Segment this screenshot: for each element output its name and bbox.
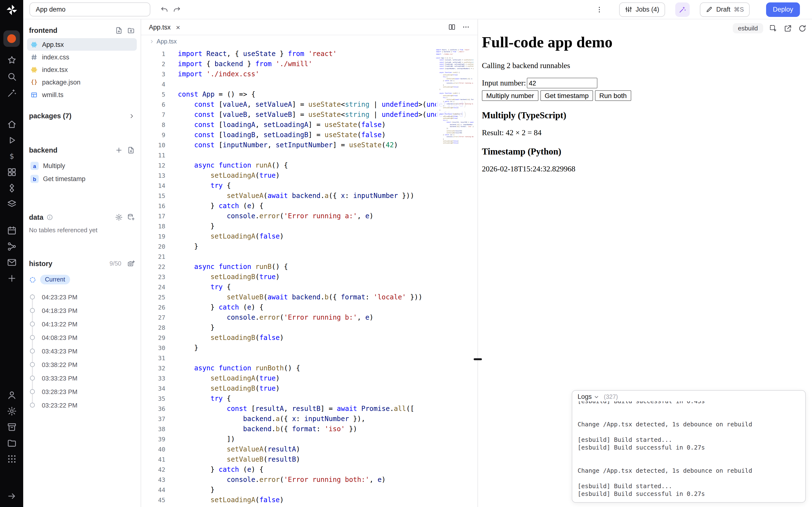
folders-icon[interactable]: [6, 438, 17, 448]
runnable-multiply[interactable]: aMultiply: [27, 159, 137, 172]
file-item-index-css[interactable]: index.css: [27, 51, 137, 63]
logs-title[interactable]: Logs: [577, 393, 592, 400]
resources-icon[interactable]: [6, 167, 17, 177]
file-item-wmill-ts[interactable]: wmill.ts: [27, 89, 137, 101]
backend-section-header: backend: [27, 145, 137, 156]
history-entry[interactable]: 03:33:23 PM: [29, 371, 137, 385]
runnable-get-timestamp[interactable]: bGet timestamp: [27, 172, 137, 185]
more-menu-button[interactable]: [593, 3, 606, 16]
workspace-icon[interactable]: [6, 422, 17, 432]
history-entry[interactable]: 04:23:23 PM: [29, 290, 137, 304]
file-item-app-tsx[interactable]: App.tsx: [27, 38, 137, 51]
new-folder-icon[interactable]: [127, 26, 135, 34]
messages-icon[interactable]: [6, 258, 17, 268]
get-timestamp-button[interactable]: Get timestamp: [540, 90, 593, 101]
log-line: Change /App.tsx detected, 1s debounce on…: [577, 467, 800, 475]
inspect-icon[interactable]: [769, 24, 778, 33]
settings-icon[interactable]: [6, 406, 17, 416]
run-both-button[interactable]: Run both: [595, 90, 631, 101]
undo-button[interactable]: [158, 3, 170, 16]
multiply-number-button[interactable]: Multiply number: [482, 90, 539, 101]
number-input[interactable]: [527, 78, 597, 89]
log-line: [esbuild] Build successful in 0.27s: [577, 444, 800, 451]
app-icon[interactable]: [3, 31, 20, 47]
schedules-icon[interactable]: [6, 225, 17, 236]
history-entry[interactable]: 03:28:23 PM: [29, 385, 137, 398]
rail-middle-group-2: [6, 225, 17, 283]
file-item-index-tsx[interactable]: index.tsx: [27, 63, 137, 76]
code-area: 1234567891011121314151617181920212223242…: [141, 47, 477, 507]
flows-icon[interactable]: [6, 241, 17, 251]
draft-icon: [706, 6, 713, 13]
new-script-icon[interactable]: [127, 146, 135, 154]
home-icon[interactable]: [6, 119, 17, 129]
new-file-icon[interactable]: [115, 26, 123, 34]
history-timestamp: 04:13:22 PM: [42, 320, 77, 328]
file-item-package-json[interactable]: package.json: [27, 76, 137, 89]
log-line: [esbuild] Build successful in 0.45s: [577, 401, 800, 405]
minimap[interactable]: import React, { useState } from 'react'i…: [436, 49, 474, 507]
jobs-button[interactable]: Jobs (4): [619, 2, 665, 17]
topbar: Jobs (4) Draft ⌘S Deploy: [23, 0, 812, 19]
multiply-result: Result: 42 × 2 = 84: [482, 128, 808, 137]
packages-label: packages (7): [29, 112, 71, 120]
split-editor-icon[interactable]: [448, 23, 456, 31]
backend-section-title: backend: [29, 146, 57, 154]
file-name: package.json: [42, 78, 81, 86]
history-entry[interactable]: 03:38:22 PM: [29, 358, 137, 371]
ai-wand-button[interactable]: [675, 2, 690, 17]
history-entry[interactable]: 04:18:23 PM: [29, 304, 137, 317]
windmill-logo[interactable]: [5, 3, 18, 16]
add-runnable-icon[interactable]: [115, 146, 123, 154]
breadcrumb[interactable]: App.tsx: [141, 35, 477, 47]
pane-resize-handle[interactable]: [474, 358, 482, 360]
app-name-input[interactable]: [30, 2, 150, 16]
editor-more-icon[interactable]: [462, 23, 470, 31]
history-entry[interactable]: 04:08:23 PM: [29, 331, 137, 344]
frontend-section-title: frontend: [29, 26, 57, 34]
close-tab-icon[interactable]: ×: [176, 23, 180, 31]
deploy-button[interactable]: Deploy: [766, 2, 800, 17]
data-empty-text: No tables referenced yet: [27, 223, 137, 234]
draft-button[interactable]: Draft ⌘S: [700, 2, 750, 17]
history-timestamp: 04:18:23 PM: [42, 307, 77, 314]
info-icon[interactable]: [46, 214, 53, 221]
packages-row[interactable]: packages (7): [27, 110, 137, 122]
history-dot-icon: [30, 294, 35, 299]
current-version-row: Current: [27, 274, 137, 285]
snapshot-icon[interactable]: [127, 260, 135, 268]
add-table-icon[interactable]: [127, 213, 135, 221]
hash-icon: [31, 53, 38, 61]
history-dot-icon: [30, 308, 35, 313]
data-settings-icon[interactable]: [115, 213, 123, 221]
logs-output[interactable]: [esbuild] Build successful in 0.45s Chan…: [572, 401, 805, 502]
chevron-down-icon[interactable]: [594, 394, 600, 400]
wand-icon[interactable]: [6, 88, 17, 98]
backend-section-actions: [115, 146, 135, 154]
triggers-icon[interactable]: [6, 183, 17, 193]
history-entry[interactable]: 03:23:22 PM: [29, 398, 137, 412]
history-timestamp: 03:28:23 PM: [42, 388, 77, 395]
menu-grid-icon[interactable]: [6, 454, 17, 464]
search-icon[interactable]: [6, 71, 17, 81]
user-icon[interactable]: [6, 390, 17, 400]
open-external-icon[interactable]: [783, 24, 792, 33]
variables-icon[interactable]: $: [6, 151, 17, 161]
redo-button[interactable]: [170, 3, 183, 16]
history-entry[interactable]: 03:43:23 PM: [29, 344, 137, 358]
history-entry[interactable]: 04:13:22 PM: [29, 317, 137, 331]
tab-app-tsx[interactable]: App.tsx ×: [149, 23, 180, 31]
history-dot-icon: [30, 389, 35, 394]
refresh-icon[interactable]: [798, 24, 807, 33]
current-version-badge[interactable]: Current: [40, 275, 70, 284]
timestamp-result: 2026-02-18T15:24:32.829968: [482, 165, 808, 173]
data-section-header: data: [27, 212, 137, 223]
create-icon[interactable]: [6, 273, 17, 283]
preview-subtitle: Calling 2 backend runnables: [482, 61, 808, 70]
apps-icon[interactable]: [6, 199, 17, 209]
editor-tabbar: App.tsx ×: [141, 19, 477, 35]
star-icon[interactable]: [6, 55, 17, 65]
code-content[interactable]: import React, { useState } from 'react'i…: [178, 49, 477, 507]
runs-icon[interactable]: [6, 135, 17, 145]
collapse-icon[interactable]: [6, 491, 17, 501]
